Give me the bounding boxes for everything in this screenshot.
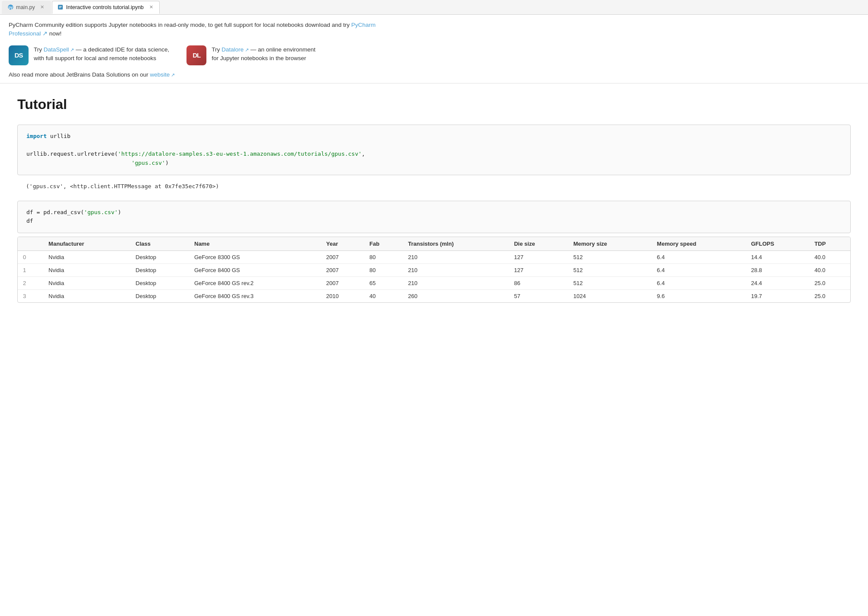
banner: PyCharm Community edition supports Jupyt…: [0, 15, 868, 83]
tab-interactive-controls[interactable]: IP Interactive controls tutorial.ipynb ✕: [52, 1, 160, 14]
cell-fab-3: 40: [364, 290, 403, 303]
code-cell-1[interactable]: import urllib urllib.request.urlretrieve…: [17, 125, 851, 175]
cell-diesize-1: 127: [509, 264, 568, 277]
datalore-logo: DL: [186, 45, 206, 65]
cell-transistors-1: 210: [403, 264, 509, 277]
cell-memspeed-2: 6.4: [652, 277, 746, 290]
datalore-text: Try Datalore — an online environmentfor …: [212, 45, 315, 63]
col-header-fab: Fab: [364, 237, 403, 251]
cell-fab-0: 80: [364, 251, 403, 264]
col-header-tdp: TDP: [809, 237, 850, 251]
col-header-diesize: Die size: [509, 237, 568, 251]
cell-tdp-2: 25.0: [809, 277, 850, 290]
cell-fab-1: 80: [364, 264, 403, 277]
tab-main-py-label: main.py: [16, 4, 35, 10]
cell-tdp-3: 25.0: [809, 290, 850, 303]
banner-intro: PyCharm Community edition supports Jupyt…: [9, 22, 351, 28]
dataspell-text: Try DataSpell — a dedicated IDE for data…: [34, 45, 169, 63]
cell-manufacturer-3: Nvidia: [43, 290, 130, 303]
dataframe-table: Manufacturer Class Name Year Fab Transis…: [18, 237, 850, 302]
cell-class-0: Desktop: [130, 251, 189, 264]
svg-text:py: py: [8, 5, 13, 10]
col-header-class: Class: [130, 237, 189, 251]
cell-tdp-0: 40.0: [809, 251, 850, 264]
cell-name-3: GeForce 8400 GS rev.3: [189, 290, 321, 303]
cell-transistors-0: 210: [403, 251, 509, 264]
table-row: 3 Nvidia Desktop GeForce 8400 GS rev.3 2…: [18, 290, 850, 303]
table-row: 2 Nvidia Desktop GeForce 8400 GS rev.2 2…: [18, 277, 850, 290]
cell-year-0: 2007: [321, 251, 364, 264]
cell-class-3: Desktop: [130, 290, 189, 303]
datalore-link[interactable]: Datalore: [222, 46, 249, 53]
code-cell-2[interactable]: df = pd.read_csv('gpus.csv') df: [17, 201, 851, 234]
row-index-2: 2: [18, 277, 43, 290]
code-line-3: 'gpus.csv'): [26, 159, 842, 168]
also-text: Also read more about JetBrains Data Solu…: [9, 71, 859, 78]
cell-class-2: Desktop: [130, 277, 189, 290]
cell-class-1: Desktop: [130, 264, 189, 277]
df-var: df: [26, 218, 33, 224]
python-icon: py: [7, 4, 13, 10]
svg-text:IP: IP: [59, 6, 62, 9]
cell-gflops-1: 28.8: [746, 264, 810, 277]
dataspell-logo: DS: [9, 45, 29, 65]
import-keyword: import: [26, 133, 47, 139]
also-prefix: Also read more about JetBrains Data Solu…: [9, 71, 150, 78]
df-assign: df = pd.read_csv(: [26, 209, 84, 215]
cell-memsize-1: 512: [568, 264, 652, 277]
close-paren: ): [165, 160, 169, 166]
cell-tdp-1: 40.0: [809, 264, 850, 277]
website-link[interactable]: website: [150, 71, 175, 78]
filename-string: 'gpus.csv': [132, 160, 165, 166]
promo-datalore: DL Try Datalore — an online environmentf…: [186, 45, 315, 65]
col-header-memsize: Memory size: [568, 237, 652, 251]
cell-year-1: 2007: [321, 264, 364, 277]
row-index-3: 3: [18, 290, 43, 303]
tab-interactive-close[interactable]: ✕: [148, 4, 154, 10]
col-header-name: Name: [189, 237, 321, 251]
notebook-content: Tutorial import urllib urllib.request.ur…: [0, 83, 868, 312]
ds-logo-text: DS: [9, 45, 29, 65]
col-header-transistors: Transistors (mln): [403, 237, 509, 251]
dl-logo-text: DL: [186, 45, 206, 65]
tutorial-title: Tutorial: [17, 96, 851, 112]
cell-diesize-2: 86: [509, 277, 568, 290]
cell-manufacturer-0: Nvidia: [43, 251, 130, 264]
table-row: 0 Nvidia Desktop GeForce 8300 GS 2007 80…: [18, 251, 850, 264]
cell-diesize-0: 127: [509, 251, 568, 264]
cell-diesize-3: 57: [509, 290, 568, 303]
promo-cards: DS Try DataSpell — a dedicated IDE for d…: [9, 45, 859, 65]
cell-memsize-3: 1024: [568, 290, 652, 303]
indent-spaces: [26, 160, 132, 166]
code-line-2: urllib.request.urlretrieve('https://data…: [26, 150, 842, 159]
cell-memsize-2: 512: [568, 277, 652, 290]
datalore-try: Try: [212, 46, 222, 53]
code-line-df1: df = pd.read_csv('gpus.csv'): [26, 208, 842, 217]
row-index-1: 1: [18, 264, 43, 277]
col-header-year: Year: [321, 237, 364, 251]
cell-name-2: GeForce 8400 GS rev.2: [189, 277, 321, 290]
dataspell-link[interactable]: DataSpell: [44, 46, 74, 53]
output-cell-1: ('gpus.csv', <http.client.HTTPMessage at…: [17, 179, 851, 194]
dataspell-try: Try: [34, 46, 44, 53]
banner-pycharm-line: PyCharm Community edition supports Jupyt…: [9, 21, 859, 38]
cell-year-2: 2007: [321, 277, 364, 290]
tab-main-py[interactable]: py main.py ✕: [2, 1, 51, 14]
table-header: Manufacturer Class Name Year Fab Transis…: [18, 237, 850, 251]
table-row: 1 Nvidia Desktop GeForce 8400 GS 2007 80…: [18, 264, 850, 277]
notebook-icon: IP: [58, 4, 64, 10]
comma1: ,: [362, 151, 365, 157]
dataframe-table-container: Manufacturer Class Name Year Fab Transis…: [17, 237, 851, 303]
col-header-index: [18, 237, 43, 251]
cell-transistors-3: 260: [403, 290, 509, 303]
row-index-0: 0: [18, 251, 43, 264]
cell-memspeed-1: 6.4: [652, 264, 746, 277]
table-body: 0 Nvidia Desktop GeForce 8300 GS 2007 80…: [18, 251, 850, 303]
close-paren2: ): [118, 209, 121, 215]
urllib-text: urllib: [50, 133, 71, 139]
csv-string: 'gpus.csv': [84, 209, 118, 215]
cell-name-0: GeForce 8300 GS: [189, 251, 321, 264]
tab-main-py-close[interactable]: ✕: [39, 4, 45, 10]
output-text-1: ('gpus.csv', <http.client.HTTPMessage at…: [26, 183, 219, 189]
code-line-blank: [26, 141, 842, 150]
